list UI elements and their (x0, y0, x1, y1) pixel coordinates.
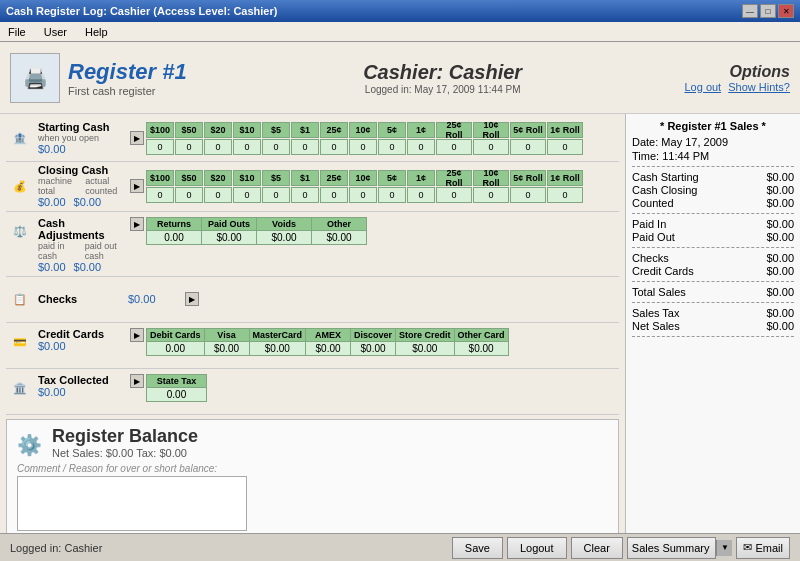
close-denom-5r[interactable] (510, 187, 546, 203)
start-denom-5c[interactable] (378, 139, 406, 155)
tax-arrow[interactable]: ▶ (130, 374, 144, 388)
tax-collected-section: 🏛️ Tax Collected $0.00 ▶ State Tax 0.00 (6, 371, 619, 411)
options-links: Log out Show Hints? (630, 81, 790, 93)
close-denom-5[interactable] (262, 187, 290, 203)
sales-panel: * Register #1 Sales * Date: May 17, 2009… (625, 114, 800, 533)
starting-cash-arrow[interactable]: ▶ (130, 131, 144, 145)
cc-val-other: $0.00 (454, 342, 508, 356)
sales-row-4-value: $0.00 (766, 231, 794, 243)
denom-header-5: $5 (262, 122, 290, 138)
close-denom-5c[interactable] (378, 187, 406, 203)
close-denom-header-100: $100 (146, 170, 174, 186)
start-denom-1[interactable] (291, 139, 319, 155)
sales-summary-button[interactable]: Sales Summary (627, 537, 717, 559)
divider-6 (6, 414, 619, 415)
logout-link[interactable]: Log out (684, 81, 721, 93)
start-denom-10r[interactable] (473, 139, 509, 155)
start-denom-10c[interactable] (349, 139, 377, 155)
cc-header-discover: Discover (351, 329, 396, 342)
tax-table-wrapper: State Tax 0.00 (146, 374, 207, 402)
maximize-button[interactable]: □ (760, 4, 776, 18)
divider-2 (6, 211, 619, 212)
starting-cash-icon: 🏦 (6, 124, 34, 152)
start-denom-10[interactable] (233, 139, 261, 155)
dropdown-arrow-icon[interactable]: ▼ (716, 540, 732, 556)
content-area: 🏦 Starting Cash when you open $0.00 ▶ $1… (0, 114, 800, 533)
register-title: Register #1 (68, 59, 255, 85)
menu-bar: File User Help (0, 22, 800, 42)
sales-summary-dropdown[interactable]: Sales Summary ▼ (627, 537, 733, 559)
close-denom-20[interactable] (204, 187, 232, 203)
close-denom-10r[interactable] (473, 187, 509, 203)
close-denom-10c[interactable] (349, 187, 377, 203)
date-label: Date: (632, 136, 658, 148)
menu-file[interactable]: File (4, 25, 30, 39)
adj-subright: paid out cash (85, 241, 128, 261)
start-denom-1c[interactable] (407, 139, 435, 155)
menu-user[interactable]: User (40, 25, 71, 39)
credit-cards-value: $0.00 (38, 340, 128, 352)
comment-label: Comment / Reason for over or short balan… (17, 463, 608, 474)
credit-cards-arrow[interactable]: ▶ (130, 328, 144, 342)
sales-row-1-label: Cash Closing (632, 184, 697, 196)
close-denom-10[interactable] (233, 187, 261, 203)
save-button[interactable]: Save (452, 537, 503, 559)
start-denom-25c[interactable] (320, 139, 348, 155)
cc-header-other: Other Card (454, 329, 508, 342)
cash-adj-label: Cash Adjustments paid in cash paid out c… (38, 217, 128, 273)
email-icon: ✉ (743, 541, 752, 554)
close-denom-header-50: $50 (175, 170, 203, 186)
close-denom-1r[interactable] (547, 187, 583, 203)
close-denom-1[interactable] (291, 187, 319, 203)
sales-row-8-value: $0.00 (766, 307, 794, 319)
comment-box[interactable] (17, 476, 247, 531)
sales-row-2-label: Counted (632, 197, 674, 209)
close-denom-25r[interactable] (436, 187, 472, 203)
start-denom-1r[interactable] (547, 139, 583, 155)
sales-row-6-label: Credit Cards (632, 265, 694, 277)
closing-cash-arrow[interactable]: ▶ (130, 179, 144, 193)
sales-row-8: Sales Tax $0.00 (632, 307, 794, 319)
checks-arrow[interactable]: ▶ (185, 292, 199, 306)
header-area: 🖨️ Register #1 First cash register Cashi… (0, 42, 800, 114)
credit-cards-table: Debit Cards Visa MasterCard AMEX Discove… (146, 328, 509, 356)
close-denom-50[interactable] (175, 187, 203, 203)
start-denom-25r[interactable] (436, 139, 472, 155)
sales-row-9-value: $0.00 (766, 320, 794, 332)
sales-row-5-label: Checks (632, 252, 669, 264)
close-denom-100[interactable] (146, 187, 174, 203)
sales-panel-title: * Register #1 Sales * (632, 120, 794, 132)
cc-val-amex: $0.00 (306, 342, 351, 356)
start-denom-5[interactable] (262, 139, 290, 155)
close-denom-header-25c: 25¢ (320, 170, 348, 186)
adj-header-returns: Returns (147, 218, 202, 231)
close-denom-header-10c: 10¢ (349, 170, 377, 186)
close-denom-header-1: $1 (291, 170, 319, 186)
clear-button[interactable]: Clear (571, 537, 623, 559)
hints-link[interactable]: Show Hints? (728, 81, 790, 93)
email-button[interactable]: ✉ Email (736, 537, 790, 559)
start-denom-5r[interactable] (510, 139, 546, 155)
menu-help[interactable]: Help (81, 25, 112, 39)
sales-row-3-value: $0.00 (766, 218, 794, 230)
close-denom-25c[interactable] (320, 187, 348, 203)
close-button[interactable]: ✕ (778, 4, 794, 18)
minimize-button[interactable]: — (742, 4, 758, 18)
start-denom-50[interactable] (175, 139, 203, 155)
cc-header-visa: Visa (204, 329, 249, 342)
starting-cash-denoms: $100 $50 $20 $10 $5 $1 25¢ 10¢ 5¢ 1¢ 25¢… (146, 122, 619, 155)
logout-button[interactable]: Logout (507, 537, 567, 559)
start-denom-100[interactable] (146, 139, 174, 155)
cash-adj-arrow[interactable]: ▶ (130, 217, 144, 231)
time-value: 11:44 PM (662, 150, 709, 162)
sales-row-0-value: $0.00 (766, 171, 794, 183)
sales-row-2-value: $0.00 (766, 197, 794, 209)
close-denom-1c[interactable] (407, 187, 435, 203)
denom-header-5r: 5¢ Roll (510, 122, 546, 138)
balance-section: ⚙️ Register Balance Net Sales: $0.00 Tax… (6, 419, 619, 533)
divider-4 (6, 322, 619, 323)
start-denom-20[interactable] (204, 139, 232, 155)
status-buttons: Save Logout Clear Sales Summary ▼ ✉ Emai… (452, 537, 790, 559)
cc-val-debit: 0.00 (147, 342, 205, 356)
denom-header-10c: 10¢ (349, 122, 377, 138)
